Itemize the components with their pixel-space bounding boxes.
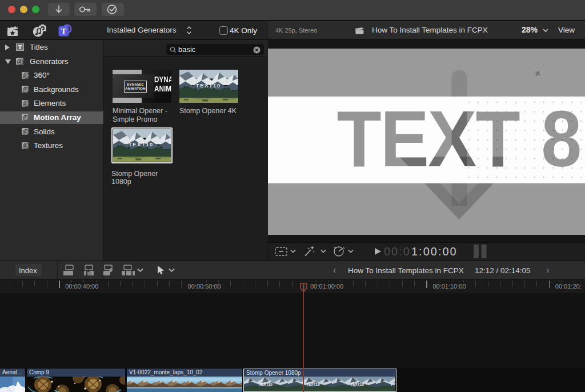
svg-text:T: T [390,382,392,386]
svg-text:TEXT10: TEXT10 [350,382,364,386]
svg-text:T: T [61,27,67,36]
svg-text:1:00:00: 1:00:00 [411,245,458,258]
svg-text:TEXT10: TEXT10 [259,382,273,386]
svg-text:TEXT10: TEXT10 [306,382,320,386]
svg-text:00:0: 00:0 [384,245,411,258]
